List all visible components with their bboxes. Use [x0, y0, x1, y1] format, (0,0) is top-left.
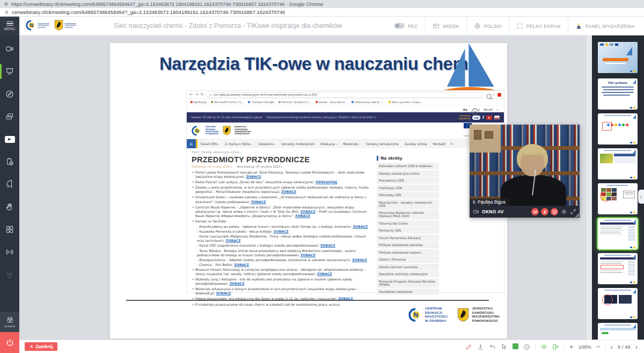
shortcut-item[interactable]: Partnerzy CEN — [377, 227, 439, 234]
menu-button[interactable]: MENU — [0, 17, 19, 35]
shortcut-item[interactable]: Zdolni z Pomorza — [377, 256, 439, 263]
bip-logo[interactable]: bip — [472, 116, 480, 120]
close-button[interactable]: ✕ Zamknij — [25, 342, 57, 351]
meeting-button[interactable]: Spotkanie — [0, 312, 19, 332]
youtube-icon[interactable]: ▶ — [0, 128, 19, 150]
slide-thumb-5[interactable] — [598, 183, 638, 214]
screen-off-icon[interactable] — [551, 208, 558, 215]
resource-link[interactable]: ZOBACZ — [226, 239, 241, 242]
apps-grid-icon[interactable] — [0, 218, 19, 241]
exit-presentation-icon[interactable] — [552, 343, 559, 350]
resource-link[interactable]: ZOBACZ — [251, 200, 266, 204]
shortcut-item[interactable]: Pracownicy CEN — [377, 177, 439, 184]
visibility-icon[interactable] — [540, 343, 547, 350]
sidebar-collapse-button[interactable]: ‹ — [638, 190, 644, 204]
bookmark-item[interactable]: Aplikacje — [191, 100, 207, 104]
bookmark-item[interactable]: Tłumacz Google — [248, 100, 274, 104]
annotation-pen-icon[interactable] — [465, 343, 472, 350]
click-action-icon[interactable] — [0, 196, 19, 218]
resource-link[interactable]: ZOBACZ — [352, 258, 367, 262]
language-control[interactable]: POLSKI — [466, 17, 509, 35]
shortcut-item[interactable]: Polityka oświatowa regionu — [377, 249, 439, 256]
slide-thumb-8[interactable] — [598, 288, 638, 319]
facebook-icon[interactable]: f — [482, 115, 484, 120]
main-scrollbar[interactable] — [587, 35, 592, 340]
youtube-icon[interactable]: ▶ — [486, 116, 492, 120]
resource-link[interactable]: ZOBACZ — [216, 291, 231, 295]
av-window-bar[interactable]: OKNO AV — [470, 206, 580, 218]
shortcut-item[interactable]: Specjalne potrzeby edukacyjne — [377, 271, 439, 277]
site-nav-item[interactable]: Świat CEN ▾ — [197, 142, 222, 146]
site-nav-item[interactable]: Z myślą o Tobie ▾ — [222, 142, 255, 146]
color-swatch[interactable] — [513, 343, 518, 350]
bookmark-item[interactable]: Home - Educate N... — [316, 100, 347, 104]
resource-link[interactable]: ZOBACZ — [353, 225, 368, 228]
download-icon[interactable] — [477, 343, 484, 350]
slide-thumb-9[interactable] — [598, 323, 638, 340]
slide-thumb-2[interactable]: Plan spotkania — [598, 78, 638, 110]
screen-share-icon[interactable] — [0, 105, 19, 128]
event-panel-control[interactable]: PANEL WYDARZENIA — [568, 17, 642, 35]
presentation-icon[interactable] — [0, 60, 19, 83]
undo-icon[interactable] — [489, 343, 496, 350]
site-nav-item[interactable]: Doradcy metodyczni — [279, 142, 318, 146]
slide-thumb-7[interactable] — [598, 253, 638, 284]
zoom-out-button[interactable]: − — [596, 343, 601, 350]
search-icon[interactable] — [448, 142, 453, 146]
address-url[interactable]: cenwebinary.clickmeeting.com/64985748645… — [12, 9, 285, 15]
resource-link[interactable]: ZOBACZ — [301, 210, 316, 213]
rec-toggle[interactable]: REC — [387, 17, 425, 35]
shortcut-item[interactable]: Nauczyciele - doradcy metodyczni CEN — [377, 199, 439, 209]
bookmark-item[interactable]: Microsoft Forms | S... — [211, 100, 244, 104]
resource-link[interactable]: ZOBACZ — [281, 190, 296, 193]
shortcut-item[interactable]: Zasoby edukacyjne online — [377, 170, 439, 177]
shortcut-item[interactable]: Szkoła ćwiczeń Leonardo — [377, 264, 439, 270]
zoom-in-button[interactable]: + — [569, 343, 574, 350]
whiteboard-icon[interactable] — [0, 83, 19, 105]
survey-icon[interactable] — [0, 150, 19, 173]
pointer-icon[interactable] — [501, 343, 508, 350]
slide-thumb-6[interactable] — [598, 218, 638, 249]
camera-off-icon[interactable] — [531, 208, 539, 215]
bookmark-item[interactable]: Periodic Graphics F... — [279, 100, 311, 104]
av-camera-icon[interactable] — [0, 38, 19, 60]
site-login-links[interactable]: Szkolenia Logowanie — [458, 115, 470, 120]
stream-antenna-icon[interactable] — [0, 263, 19, 286]
slide-canvas[interactable]: Narzędzia TIK-owe w nauczaniu chemii Zdo… — [110, 43, 507, 338]
bookmark-item[interactable]: Kurs rysunku i mala... — [389, 100, 422, 104]
end-session-button[interactable] — [0, 332, 19, 353]
shortcut-item[interactable]: Polityka oświatowa państwa — [377, 242, 439, 248]
fullscreen-control[interactable]: PEŁNY EKRAN — [509, 17, 568, 35]
shortcut-item[interactable]: Pomorska Akademia Liderów Edukacji PALE … — [377, 210, 439, 219]
shortcut-item[interactable]: Tutoring dla Ciebie — [377, 220, 439, 227]
slide-thumb-3[interactable] — [598, 113, 638, 145]
browser-address-bar[interactable]: cenwebinary.clickmeeting.com/64985748645… — [0, 8, 644, 17]
resource-link[interactable]: ODSŁUCHAJ — [316, 180, 337, 184]
av-window[interactable]: Paulina Bigus OKNO AV — [470, 125, 580, 218]
broadcast-icon[interactable] — [0, 241, 19, 263]
site-nav-item[interactable]: Kontakt — [430, 142, 448, 146]
bookmark-item[interactable]: Dlanauczyciela.pl -... — [352, 100, 384, 104]
cta-icon[interactable] — [0, 173, 19, 196]
shortcut-item[interactable]: Doradztwo zawodowe — [377, 289, 439, 295]
resource-link[interactable]: ZOBACZ — [301, 253, 316, 257]
site-nav-item[interactable]: Zasoby online — [401, 142, 430, 146]
shortcut-item[interactable]: Publikacje CEN — [377, 185, 439, 191]
shortcut-item[interactable]: Patronaty CEN — [377, 192, 439, 198]
next-slide-button[interactable]: › — [635, 343, 638, 350]
pointer-size-icon[interactable] — [523, 343, 530, 350]
shortcut-item[interactable]: Forum Pomorskiej Edukacji — [377, 235, 439, 241]
site-nav-item[interactable]: Serwisy tematyczne — [363, 142, 402, 146]
resource-link[interactable]: ZOBACZ — [246, 175, 261, 178]
site-nav-item[interactable]: Edukacja ▾ — [318, 142, 340, 146]
home-icon[interactable]: ⌂ — [187, 139, 196, 148]
shortcut-item[interactable]: Pomorski Program Edukacji Morskiej (PPEM… — [377, 278, 439, 288]
resource-link[interactable]: ZOBACZ — [317, 272, 332, 276]
av-settings-icon[interactable] — [561, 208, 567, 215]
shortcut-item[interactable]: Kalendarz szkoleń CEN w Gdańsku — [377, 163, 439, 169]
prev-slide-button[interactable]: ‹ — [611, 343, 613, 350]
slide-thumb-1[interactable] — [598, 42, 638, 73]
site-nav-item[interactable]: Materiały ▾ — [340, 142, 363, 146]
resource-link[interactable]: ZOBACZ — [295, 214, 310, 218]
resize-handle[interactable] — [575, 213, 579, 217]
